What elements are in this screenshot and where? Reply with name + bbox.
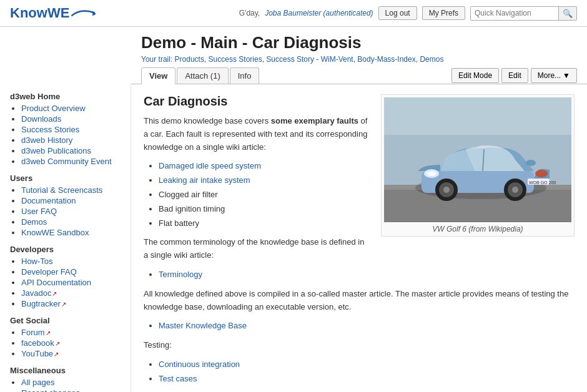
svg-text:WOB·GO 209: WOB·GO 209 <box>529 180 556 185</box>
quick-nav-button[interactable]: 🔍 <box>558 7 576 20</box>
testing-list: Continuous integration Test cases <box>144 358 575 386</box>
sidebar-link-youtube[interactable]: YouTube <box>21 349 59 358</box>
master-list: Master Knowledge Base <box>144 320 575 333</box>
sidebar-link-tutorial[interactable]: Tutorial & Screencasts <box>21 185 102 195</box>
link-leaking-air[interactable]: Leaking air intake system <box>159 175 250 185</box>
car-caption: VW Golf 6 (from Wikipedia) <box>384 225 571 233</box>
car-svg: WOB·GO 209 <box>384 97 571 222</box>
list-item: Downloads <box>21 114 121 124</box>
svg-marker-0 <box>93 11 96 16</box>
main-content: WOB·GO 209 VW Golf 6 (from Wikipedia) Ca… <box>131 84 587 392</box>
greeting-text: G'day, <box>239 9 260 17</box>
sidebar-section-misc: Miscellaneous <box>10 366 121 375</box>
tab-attach[interactable]: Attach (1) <box>177 67 228 84</box>
link-continuous-integration[interactable]: Continuous integration <box>159 360 240 369</box>
list-item: Master Knowledge Base <box>159 320 575 333</box>
list-item: Tutorial & Screencasts <box>21 185 121 195</box>
car-image-box: WOB·GO 209 VW Golf 6 (from Wikipedia) <box>381 94 575 237</box>
item-flat-battery: Flat battery <box>159 218 199 228</box>
list-item: Forum <box>21 328 121 337</box>
terminology-list: Terminology <box>144 268 575 282</box>
header: KnowWE G'day, Joba Baumeister (authentic… <box>0 0 587 27</box>
list-item: facebook <box>21 338 121 348</box>
content-testing-label: Testing: <box>144 339 575 352</box>
list-item: All pages <box>21 378 121 387</box>
sidebar-link-user-faq[interactable]: User FAQ <box>21 207 57 216</box>
sidebar-link-api-docs[interactable]: API Documentation <box>21 278 91 287</box>
list-item: User FAQ <box>21 207 121 216</box>
tabs-bar: View Attach (1) Info Edit Mode Edit More… <box>131 67 587 84</box>
list-item: Demos <box>21 217 121 227</box>
list-item: Product Overview <box>21 104 121 113</box>
sidebar-link-forum[interactable]: Forum <box>21 328 51 337</box>
svg-point-10 <box>535 170 548 177</box>
link-test-cases[interactable]: Test cases <box>159 374 197 383</box>
layout: d3web Home Product Overview Downloads Su… <box>0 84 587 392</box>
sidebar-link-success-stories[interactable]: Success Stories <box>21 125 79 134</box>
logo-text: KnowWE <box>10 5 69 21</box>
link-master-kb[interactable]: Master Knowledge Base <box>159 321 247 330</box>
item-clogged-filter: Clogged air filter <box>159 190 218 199</box>
sidebar-link-d3web-history[interactable]: d3web History <box>21 135 72 145</box>
sidebar-link-javadoc[interactable]: Javadoc <box>21 288 57 298</box>
sidebar-link-developer-faq[interactable]: Developer FAQ <box>21 267 77 277</box>
svg-point-13 <box>443 187 450 193</box>
logo-icon <box>71 7 96 19</box>
breadcrumb-prefix: Your trail: <box>141 55 172 64</box>
list-item: Success Stories <box>21 125 121 134</box>
list-item: Developer FAQ <box>21 267 121 277</box>
sidebar-list-misc: All pages Recent changes Installed plugi… <box>10 378 121 392</box>
content-terminology-intro: The common terminology of the knowledge … <box>144 236 575 262</box>
chevron-down-icon: ▼ <box>563 71 570 80</box>
sidebar-section-d3web: d3web Home <box>10 92 121 101</box>
sidebar-link-community-event[interactable]: d3web Community Event <box>21 157 112 166</box>
sidebar-link-product-overview[interactable]: Product Overview <box>21 104 86 113</box>
sidebar-link-bugtracker[interactable]: Bugtracker <box>21 299 66 308</box>
edit-mode-button[interactable]: Edit Mode <box>451 68 499 83</box>
quick-nav-input[interactable] <box>471 7 558 19</box>
page-title: Demo - Main - Car Diagnosis <box>141 33 577 52</box>
quick-nav-container: 🔍 <box>470 6 577 21</box>
tab-view[interactable]: View <box>141 67 175 84</box>
sidebar-link-demos[interactable]: Demos <box>21 217 47 227</box>
sidebar-link-documentation[interactable]: Documentation <box>21 196 76 205</box>
list-item: KnowWE Sandbox <box>21 228 121 237</box>
bold-some: some exemplary faults <box>271 116 358 125</box>
list-item: Terminology <box>159 268 575 282</box>
sidebar-link-all-pages[interactable]: All pages <box>21 378 54 387</box>
breadcrumb-path: Products, Success Stories, Success Story… <box>175 55 444 64</box>
sidebar-link-how-tos[interactable]: How-Tos <box>21 257 53 266</box>
sidebar-link-knowwe-sandbox[interactable]: KnowWE Sandbox <box>21 228 89 237</box>
logout-button[interactable]: Log out <box>378 6 417 20</box>
sidebar-list-social: Forum facebook YouTube <box>10 328 121 358</box>
list-item: API Documentation <box>21 278 121 287</box>
sidebar-link-downloads[interactable]: Downloads <box>21 114 61 124</box>
link-terminology[interactable]: Terminology <box>159 270 202 279</box>
sidebar-list-users: Tutorial & Screencasts Documentation Use… <box>10 185 121 237</box>
sidebar-list-d3web: Product Overview Downloads Success Stori… <box>10 104 121 166</box>
edit-button[interactable]: Edit <box>501 68 528 83</box>
list-item: Recent changes <box>21 388 121 392</box>
title-area: Demo - Main - Car Diagnosis Your trail: … <box>131 27 587 64</box>
link-damaged-idle[interactable]: Damaged idle speed system <box>159 161 261 170</box>
user-name-text: Joba Baumeister (authenticated) <box>265 9 373 17</box>
sidebar-link-d3web-publications[interactable]: d3web Publications <box>21 146 91 155</box>
sidebar: d3web Home Product Overview Downloads Su… <box>0 84 131 392</box>
list-item: Test cases <box>159 373 575 386</box>
content-master-intro: All knowledge defined above is compiled … <box>144 288 575 314</box>
header-right: G'day, Joba Baumeister (authenticated) L… <box>239 6 577 21</box>
list-item: Continuous integration <box>159 358 575 371</box>
list-item: Documentation <box>21 196 121 205</box>
sidebar-link-facebook[interactable]: facebook <box>21 338 60 348</box>
tab-right-buttons: Edit Mode Edit More... ▼ <box>451 68 577 83</box>
tab-info[interactable]: Info <box>230 67 260 84</box>
prefs-button[interactable]: My Prefs <box>422 6 465 20</box>
svg-point-19 <box>526 160 536 166</box>
list-item: Javadoc <box>21 288 121 298</box>
sidebar-section-users: Users <box>10 174 121 183</box>
logo-area: KnowWE <box>10 5 96 21</box>
list-item: d3web Publications <box>21 146 121 155</box>
sidebar-link-recent-changes[interactable]: Recent changes <box>21 388 80 392</box>
list-item: Bugtracker <box>21 299 121 308</box>
more-button[interactable]: More... ▼ <box>531 68 577 83</box>
